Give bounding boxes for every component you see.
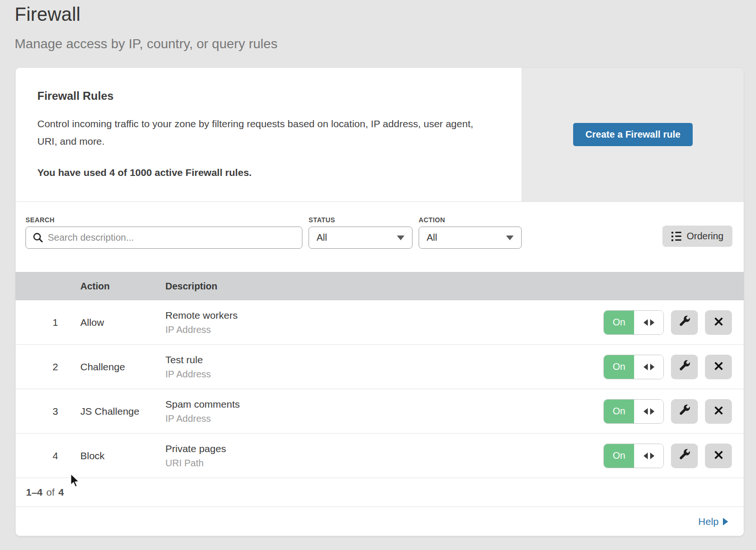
page-subtitle: Manage access by IP, country, or query r…	[15, 36, 277, 52]
rule-description: Private pages	[165, 443, 226, 454]
status-select-value: All	[317, 232, 327, 243]
toggle-on-label: On	[604, 400, 634, 423]
action-select[interactable]: All	[419, 227, 522, 249]
page-header: Firewall Manage access by IP, country, o…	[15, 4, 277, 52]
ordered-list-icon	[671, 232, 681, 241]
overview-section: Firewall Rules Control incoming traffic …	[16, 68, 744, 202]
table-row: 3 JS Challenge Spam comments IP Address …	[16, 389, 744, 434]
rule-priority: 3	[43, 406, 58, 417]
firewall-rules-card: Firewall Rules Control incoming traffic …	[16, 68, 744, 536]
rule-description: Test rule	[165, 354, 211, 366]
close-icon	[713, 316, 724, 329]
delete-rule-button[interactable]	[705, 310, 732, 335]
rule-controls: On	[603, 399, 732, 424]
close-icon	[713, 360, 724, 373]
delete-rule-button[interactable]	[705, 399, 732, 424]
card-footer: Help	[16, 506, 744, 536]
rule-match-type: IP Address	[165, 324, 238, 335]
action-label: ACTION	[419, 216, 445, 224]
status-label: STATUS	[309, 216, 335, 224]
table-row: 2 Challenge Test rule IP Address On	[16, 345, 744, 389]
rule-action: Block	[80, 450, 104, 462]
rule-enabled-toggle[interactable]: On	[603, 355, 664, 379]
rule-controls: On	[603, 310, 732, 335]
rule-enabled-toggle[interactable]: On	[603, 399, 664, 424]
search-input[interactable]	[26, 227, 302, 249]
right-triangle-icon	[723, 518, 728, 525]
column-header-description: Description	[165, 281, 217, 292]
rule-description: Spam comments	[165, 399, 240, 410]
pagination: 1–4 of 4	[16, 478, 744, 506]
rule-controls: On	[603, 355, 732, 379]
delete-rule-button[interactable]	[705, 444, 732, 468]
filter-bar: SEARCH STATUS All ACTION All	[16, 202, 744, 272]
toggle-handle-icon	[634, 444, 663, 468]
rule-match-type: IP Address	[165, 413, 240, 424]
overview-text-panel: Firewall Rules Control incoming traffic …	[16, 68, 522, 201]
page-title: Firewall	[15, 4, 277, 25]
table-header: Action Description	[16, 272, 744, 300]
column-header-action: Action	[80, 281, 110, 292]
ordering-button-label: Ordering	[687, 231, 723, 242]
rule-action: Challenge	[80, 361, 125, 373]
delete-rule-button[interactable]	[705, 355, 732, 379]
toggle-on-label: On	[604, 444, 634, 468]
rule-description-block: Remote workers IP Address	[165, 310, 238, 335]
create-firewall-rule-button[interactable]: Create a Firewall rule	[573, 123, 693, 146]
rule-match-type: IP Address	[165, 369, 211, 380]
table-row: 4 Block Private pages URI Path On	[16, 434, 744, 478]
section-description: Control incoming traffic to your zone by…	[37, 115, 484, 150]
create-rule-panel: Create a Firewall rule	[522, 68, 744, 201]
wrench-icon	[679, 315, 691, 329]
help-link-label: Help	[698, 516, 719, 527]
rule-action: JS Challenge	[80, 406, 139, 417]
status-select[interactable]: All	[309, 227, 412, 249]
rule-description-block: Spam comments IP Address	[165, 399, 240, 424]
rule-action: Allow	[80, 317, 104, 328]
rule-description-block: Private pages URI Path	[165, 443, 226, 469]
chevron-down-icon	[506, 236, 514, 240]
rule-priority: 4	[43, 450, 58, 462]
edit-rule-button[interactable]	[671, 310, 698, 335]
edit-rule-button[interactable]	[671, 355, 698, 379]
search-label: SEARCH	[26, 216, 55, 224]
edit-rule-button[interactable]	[671, 444, 698, 468]
search-field-wrap	[26, 227, 302, 249]
action-select-value: All	[427, 232, 437, 243]
rule-priority: 2	[43, 361, 58, 373]
table-row: 1 Allow Remote workers IP Address On	[16, 300, 744, 345]
edit-rule-button[interactable]	[671, 399, 698, 424]
wrench-icon	[679, 404, 691, 418]
rule-description: Remote workers	[165, 310, 238, 321]
rule-match-type: URI Path	[165, 458, 226, 469]
pagination-range: 1–4	[26, 487, 43, 498]
pagination-of: of	[46, 487, 55, 498]
section-heading: Firewall Rules	[37, 89, 500, 103]
toggle-on-label: On	[604, 311, 634, 334]
toggle-handle-icon	[634, 311, 663, 334]
wrench-icon	[679, 360, 691, 374]
rule-description-block: Test rule IP Address	[165, 354, 211, 380]
rule-enabled-toggle[interactable]: On	[603, 310, 664, 335]
close-icon	[713, 405, 724, 418]
help-link[interactable]: Help	[698, 516, 728, 527]
toggle-on-label: On	[604, 355, 634, 379]
rule-enabled-toggle[interactable]: On	[603, 444, 664, 468]
toggle-handle-icon	[634, 355, 663, 379]
chevron-down-icon	[397, 236, 404, 240]
ordering-button[interactable]: Ordering	[662, 226, 732, 247]
rule-controls: On	[603, 444, 732, 468]
usage-summary: You have used 4 of 1000 active Firewall …	[37, 167, 500, 178]
search-icon	[33, 232, 43, 245]
rule-priority: 1	[43, 317, 58, 328]
close-icon	[713, 449, 724, 462]
pagination-total: 4	[59, 487, 64, 498]
toggle-handle-icon	[634, 400, 663, 423]
wrench-icon	[679, 449, 691, 463]
